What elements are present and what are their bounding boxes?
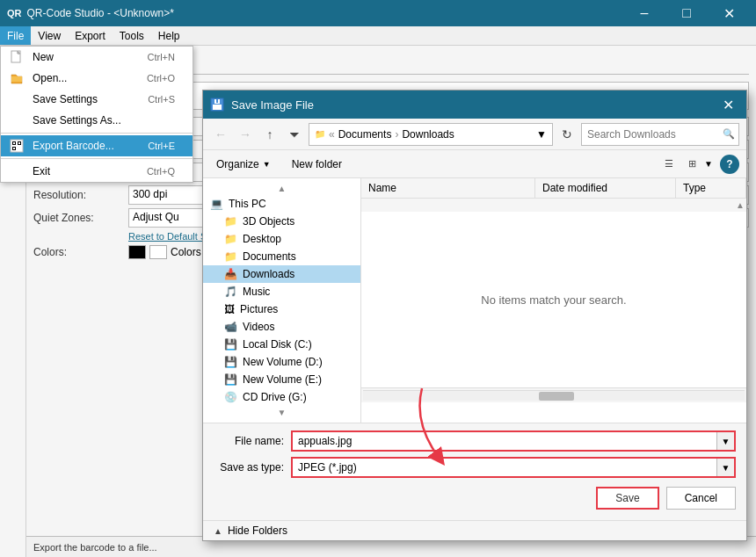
downloads-label: Downloads [243, 268, 294, 280]
refresh-button[interactable]: ↻ [556, 124, 578, 145]
color-swatch-1[interactable] [128, 245, 146, 259]
filename-label: File name: [214, 435, 284, 447]
save-dialog: Save Image File ✕ ← → ↑ ⏷ 📁 « Documents … [202, 90, 747, 541]
tree-scroll-up[interactable]: ▲ [203, 182, 360, 195]
menu-tools[interactable]: Tools [113, 26, 151, 45]
menu-save-as-item[interactable]: Save Settings As... [1, 110, 193, 131]
tree-item-new-d[interactable]: 💾 New Volume (D:) [203, 353, 360, 371]
dialog-title-left: Save Image File [210, 98, 314, 112]
menu-save-item[interactable]: Save Settings Ctrl+S [1, 89, 193, 110]
filename-row: File name: ▼ [214, 430, 736, 452]
save-as-label: Save Settings As... [33, 114, 121, 127]
tree-item-downloads[interactable]: 📥 Downloads [203, 265, 360, 283]
exit-icon [8, 163, 25, 180]
color-swatch-2[interactable] [149, 245, 167, 259]
hide-folders-arrow: ▲ [214, 526, 222, 536]
music-icon: 🎵 [224, 286, 237, 298]
menu-view[interactable]: View [31, 26, 68, 45]
tree-item-desktop[interactable]: 📁 Desktop [203, 230, 360, 248]
organize-button[interactable]: Organize ▼ [210, 156, 277, 173]
breadcrumb-separator-1: « [329, 128, 335, 141]
col-type[interactable]: Type [676, 178, 746, 198]
menu-file[interactable]: File [0, 26, 31, 45]
this-pc-label: This PC [229, 198, 266, 210]
tree-item-new-e[interactable]: 💾 New Volume (E:) [203, 371, 360, 388]
view-list-button[interactable]: ☰ [658, 154, 680, 175]
breadcrumb-dropdown[interactable]: ▼ [536, 128, 547, 141]
maximize-button[interactable]: □ [666, 0, 707, 26]
menu-new-item[interactable]: New Ctrl+N [1, 47, 193, 68]
tree-item-cd-g[interactable]: 💿 CD Drive (G:) [203, 388, 360, 406]
scroll-thumb [539, 392, 574, 401]
close-button[interactable]: ✕ [709, 0, 749, 26]
dialog-actions: Save Cancel [214, 483, 736, 513]
save-label: Save Settings [33, 93, 98, 105]
menu-open-item[interactable]: Open... Ctrl+O [1, 68, 193, 89]
menu-export-barcode-item[interactable]: Export Barcode... Ctrl+E [1, 135, 193, 156]
separator-2 [1, 158, 193, 159]
col-name[interactable]: Name [361, 178, 535, 198]
tree-item-this-pc[interactable]: 💻 This PC [203, 195, 360, 213]
filename-input-container: ▼ [291, 430, 736, 452]
organize-label: Organize [216, 158, 259, 170]
search-input[interactable] [587, 128, 719, 141]
tree-scroll-down[interactable]: ▼ [203, 406, 360, 419]
file-tree: ▲ 💻 This PC 📁 3D Objects 📁 Desktop 📁 Doc… [203, 178, 361, 423]
title-bar-controls: – □ ✕ [624, 0, 749, 26]
dialog-close-button[interactable]: ✕ [716, 93, 739, 116]
recent-locations-button[interactable]: ⏷ [284, 124, 305, 145]
view-dropdown[interactable]: ▼ [704, 159, 713, 169]
save-icon [8, 90, 25, 108]
help-button[interactable]: ? [720, 155, 739, 174]
breadcrumb-downloads[interactable]: Downloads [402, 128, 454, 141]
hide-folders-label[interactable]: Hide Folders [228, 524, 287, 537]
menu-export[interactable]: Export [68, 26, 113, 45]
tree-item-pictures[interactable]: 🖼 Pictures [203, 300, 360, 318]
music-label: Music [243, 286, 270, 298]
filelist-scroll-up: ▲ [361, 199, 746, 212]
back-button[interactable]: ← [210, 124, 231, 145]
tree-item-local-c[interactable]: 💾 Local Disk (C:) [203, 336, 360, 353]
tree-item-3d-objects[interactable]: 📁 3D Objects [203, 213, 360, 230]
tree-item-videos[interactable]: 📹 Videos [203, 318, 360, 336]
filename-input[interactable] [293, 433, 716, 449]
svg-rect-21 [216, 99, 218, 103]
documents-icon: 📁 [224, 250, 237, 263]
save-button[interactable]: Save [596, 487, 658, 510]
minimize-button[interactable]: – [624, 0, 665, 26]
3d-objects-icon: 📁 [224, 215, 237, 228]
new-d-icon: 💾 [224, 356, 237, 368]
filelist-scroll-down [361, 387, 746, 402]
save-shortcut: Ctrl+S [148, 94, 175, 105]
cd-g-icon: 💿 [224, 391, 237, 403]
up-button[interactable]: ↑ [259, 124, 280, 145]
menu-exit-item[interactable]: Exit Ctrl+Q [1, 161, 193, 182]
save-dialog-icon [210, 98, 224, 112]
col-date[interactable]: Date modified [535, 178, 676, 198]
this-pc-icon: 💻 [210, 198, 223, 210]
breadcrumb-documents[interactable]: Documents [338, 128, 392, 141]
status-text: Export the barcode to a file... [33, 542, 157, 553]
export-shortcut: Ctrl+E [148, 141, 175, 151]
desktop-label: Desktop [243, 233, 281, 245]
tree-item-documents[interactable]: 📁 Documents [203, 248, 360, 265]
new-e-label: New Volume (E:) [243, 373, 322, 386]
new-d-label: New Volume (D:) [243, 356, 323, 368]
downloads-icon: 📥 [224, 268, 237, 280]
view-grid-button[interactable]: ⊞ [681, 154, 702, 175]
local-c-label: Local Disk (C:) [243, 338, 312, 351]
hide-folders-bar: ▲ Hide Folders [203, 520, 746, 540]
tree-item-music[interactable]: 🎵 Music [203, 283, 360, 300]
cancel-button[interactable]: Cancel [666, 487, 736, 510]
horizontal-scrollbar[interactable] [363, 390, 745, 401]
filetype-value: JPEG (*.jpg) [293, 459, 716, 475]
new-folder-button[interactable]: New folder [284, 156, 350, 173]
search-box: 🔍 [581, 123, 739, 146]
breadcrumb-bar: 📁 « Documents › Downloads ▼ [309, 123, 553, 146]
filename-dropdown-button[interactable]: ▼ [716, 432, 734, 450]
forward-button[interactable]: → [235, 124, 256, 145]
new-shortcut: Ctrl+N [148, 52, 175, 62]
filetype-dropdown-button[interactable]: ▼ [716, 459, 734, 476]
menu-help[interactable]: Help [151, 26, 187, 45]
open-shortcut: Ctrl+O [147, 73, 175, 83]
